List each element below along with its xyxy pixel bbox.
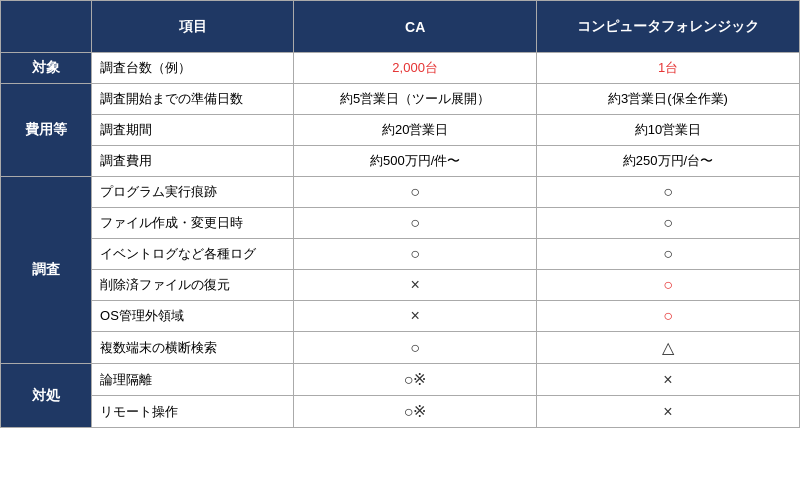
header-forensic: コンピュータフォレンジック [537,1,800,53]
item-cell: 調査期間 [92,115,294,146]
item-cell: リモート操作 [92,396,294,428]
category-cell: 対処 [1,364,92,428]
item-cell: 調査費用 [92,146,294,177]
forensic-value: ○ [537,177,800,208]
item-cell: OS管理外領域 [92,301,294,332]
item-cell: 調査台数（例） [92,53,294,84]
item-cell: 調査開始までの準備日数 [92,84,294,115]
item-cell: ファイル作成・変更日時 [92,208,294,239]
forensic-value: 約3営業日(保全作業) [537,84,800,115]
ca-value: 2,000台 [294,53,537,84]
ca-value: ○※ [294,396,537,428]
forensic-value: △ [537,332,800,364]
forensic-value: ○ [537,239,800,270]
item-cell: 論理隔離 [92,364,294,396]
item-cell: 削除済ファイルの復元 [92,270,294,301]
forensic-value: 約250万円/台〜 [537,146,800,177]
forensic-value: 約10営業日 [537,115,800,146]
category-cell: 調査 [1,177,92,364]
ca-value: × [294,301,537,332]
forensic-value: ○ [537,208,800,239]
ca-value: 約500万円/件〜 [294,146,537,177]
ca-value: ○ [294,239,537,270]
item-cell: プログラム実行痕跡 [92,177,294,208]
item-cell: 複数端末の横断検索 [92,332,294,364]
comparison-table: 項目 CA コンピュータフォレンジック 対象調査台数（例）2,000台1台費用等… [0,0,800,428]
ca-value: 約20営業日 [294,115,537,146]
category-cell: 費用等 [1,84,92,177]
forensic-value: × [537,364,800,396]
header-ca: CA [294,1,537,53]
forensic-value: 1台 [537,53,800,84]
forensic-value: ○ [537,301,800,332]
ca-value: × [294,270,537,301]
header-category [1,1,92,53]
ca-value: ○ [294,177,537,208]
category-cell: 対象 [1,53,92,84]
forensic-value: × [537,396,800,428]
header-item: 項目 [92,1,294,53]
ca-value: ○ [294,208,537,239]
forensic-value: ○ [537,270,800,301]
item-cell: イベントログなど各種ログ [92,239,294,270]
ca-value: ○ [294,332,537,364]
ca-value: ○※ [294,364,537,396]
ca-value: 約5営業日（ツール展開） [294,84,537,115]
